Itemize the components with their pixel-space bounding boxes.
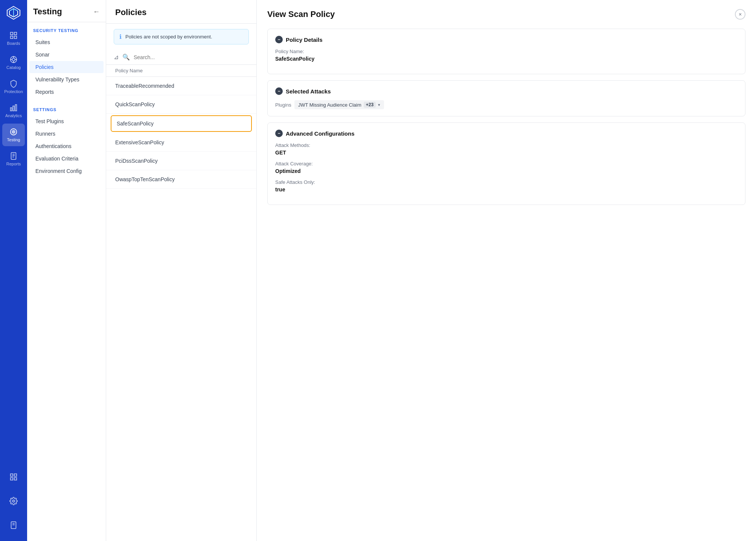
- svg-point-26: [12, 500, 15, 502]
- svg-rect-13: [13, 106, 14, 111]
- policy-item-owasp-top-ten-scan-policy[interactable]: OwaspTopTenScanPolicy: [106, 170, 256, 189]
- chevron-down-icon: ▾: [378, 102, 380, 107]
- attack-coverage-label: Attack Coverage:: [275, 161, 738, 167]
- sidebar-item-sonar[interactable]: Sonar: [29, 49, 104, 61]
- sidebar-item-vulnerability-types[interactable]: Vulnerability Types: [29, 73, 104, 86]
- detail-header: View Scan Policy ×: [267, 9, 745, 20]
- policies-panel: Policies ℹ Policies are not scoped by en…: [106, 0, 257, 541]
- policy-details-section-title: Policy Details: [286, 37, 323, 43]
- nav-testing[interactable]: Testing: [2, 124, 25, 146]
- advanced-configurations-section: − Advanced Configurations Attack Methods…: [267, 122, 745, 205]
- sidebar-section-security-testing: SECURITY TESTING Suites Sonar Policies V…: [27, 22, 106, 101]
- secondary-sidebar: Testing ← SECURITY TESTING Suites Sonar …: [27, 0, 106, 541]
- policies-title: Policies: [115, 8, 247, 17]
- sidebar-item-authentications[interactable]: Authentications: [29, 140, 104, 152]
- sidebar-section-label-security-testing: SECURITY TESTING: [27, 28, 106, 36]
- icon-nav: Boards Catalog Protection Analytics Test…: [0, 0, 27, 541]
- nav-catalog[interactable]: Catalog: [2, 51, 25, 74]
- svg-rect-25: [14, 478, 17, 480]
- sidebar-item-suites[interactable]: Suites: [29, 36, 104, 48]
- nav-analytics[interactable]: Analytics: [2, 99, 25, 122]
- svg-rect-23: [14, 474, 17, 476]
- sidebar-section-label-settings: SETTINGS: [27, 107, 106, 115]
- sidebar-collapse-button[interactable]: ←: [93, 8, 100, 16]
- notice-icon: ℹ: [119, 33, 122, 40]
- policies-notice-text: Policies are not scoped by environment.: [125, 34, 212, 40]
- policies-notice: ℹ Policies are not scoped by environment…: [114, 29, 249, 44]
- policy-item-quick-scan-policy[interactable]: QuickScanPolicy: [106, 95, 256, 114]
- nav-settings[interactable]: [2, 490, 25, 512]
- svg-rect-22: [11, 474, 13, 476]
- svg-rect-24: [11, 478, 13, 480]
- attack-methods-value: GET: [275, 150, 738, 156]
- plugins-row: Plugins JWT Missing Audience Claim +23 ▾: [275, 100, 738, 109]
- svg-rect-5: [14, 36, 17, 38]
- svg-rect-12: [11, 108, 12, 111]
- policy-details-section-header: − Policy Details: [275, 36, 738, 43]
- svg-rect-2: [11, 32, 13, 35]
- sidebar-item-evaluation-criteria[interactable]: Evaluation Criteria: [29, 153, 104, 165]
- nav-boards[interactable]: Boards: [2, 27, 25, 50]
- attack-coverage-value: Optimized: [275, 168, 738, 174]
- search-icon: 🔍: [122, 53, 130, 61]
- policies-header: Policies: [106, 0, 256, 24]
- sidebar-item-test-plugins[interactable]: Test Plugins: [29, 115, 104, 127]
- nav-reports[interactable]: Reports: [2, 148, 25, 170]
- policy-name-value: SafeScanPolicy: [275, 56, 738, 62]
- plugins-label: Plugins: [275, 102, 291, 108]
- sidebar-item-reports[interactable]: Reports: [29, 86, 104, 98]
- selected-attacks-section-icon: −: [275, 87, 283, 95]
- policy-item-extensive-scan-policy[interactable]: ExtensiveScanPolicy: [106, 133, 256, 152]
- policy-item-safe-scan-policy[interactable]: SafeScanPolicy: [111, 115, 252, 132]
- app-logo: [5, 5, 22, 21]
- sidebar-item-policies[interactable]: Policies: [29, 61, 104, 73]
- svg-point-7: [12, 58, 15, 61]
- nav-protection[interactable]: Protection: [2, 75, 25, 98]
- policy-item-pci-dss-scan-policy[interactable]: PciDssScanPolicy: [106, 152, 256, 170]
- policy-details-section: − Policy Details Policy Name: SafeScanPo…: [267, 29, 745, 74]
- policies-toolbar: ⊿ 🔍: [106, 50, 256, 65]
- svg-point-17: [13, 131, 14, 132]
- svg-rect-4: [11, 36, 13, 38]
- policy-item-traceable-recommended[interactable]: TraceableRecommended: [106, 77, 256, 95]
- policies-search-input[interactable]: [134, 54, 249, 60]
- advanced-configurations-section-header: − Advanced Configurations: [275, 130, 738, 137]
- sidebar-title: Testing: [33, 7, 62, 17]
- safe-attacks-only-value: true: [275, 186, 738, 193]
- advanced-configurations-section-icon: −: [275, 130, 283, 137]
- svg-rect-3: [14, 32, 17, 35]
- sidebar-item-runners[interactable]: Runners: [29, 128, 104, 140]
- sidebar-header: Testing ←: [27, 0, 106, 22]
- policies-column-header: Policy Name: [106, 65, 256, 77]
- svg-rect-14: [15, 105, 17, 111]
- filter-icon[interactable]: ⊿: [114, 53, 119, 61]
- attack-methods-label: Attack Methods:: [275, 142, 738, 148]
- detail-panel: View Scan Policy × − Policy Details Poli…: [257, 0, 756, 541]
- detail-panel-title: View Scan Policy: [267, 9, 335, 19]
- nav-docs[interactable]: [2, 514, 25, 536]
- selected-attacks-section-header: − Selected Attacks: [275, 87, 738, 95]
- main-content: Policies ℹ Policies are not scoped by en…: [106, 0, 756, 541]
- policies-list: TraceableRecommended QuickScanPolicy Saf…: [106, 77, 256, 541]
- selected-attacks-section: − Selected Attacks Plugins JWT Missing A…: [267, 80, 745, 116]
- plugins-chip[interactable]: JWT Missing Audience Claim +23 ▾: [294, 100, 384, 109]
- sidebar-section-settings: SETTINGS Test Plugins Runners Authentica…: [27, 101, 106, 180]
- sidebar-item-environment-config[interactable]: Environment Config: [29, 165, 104, 177]
- nav-grid2[interactable]: [2, 466, 25, 488]
- nav-bottom: [2, 466, 25, 536]
- selected-attacks-section-title: Selected Attacks: [286, 88, 331, 95]
- policy-name-label: Policy Name:: [275, 49, 738, 54]
- policy-details-section-icon: −: [275, 36, 283, 43]
- detail-close-button[interactable]: ×: [735, 9, 745, 20]
- safe-attacks-only-label: Safe Attacks Only:: [275, 179, 738, 185]
- advanced-configurations-section-title: Advanced Configurations: [286, 130, 355, 137]
- plugin-name: JWT Missing Audience Claim: [298, 102, 361, 108]
- plugin-count: +23: [364, 102, 376, 108]
